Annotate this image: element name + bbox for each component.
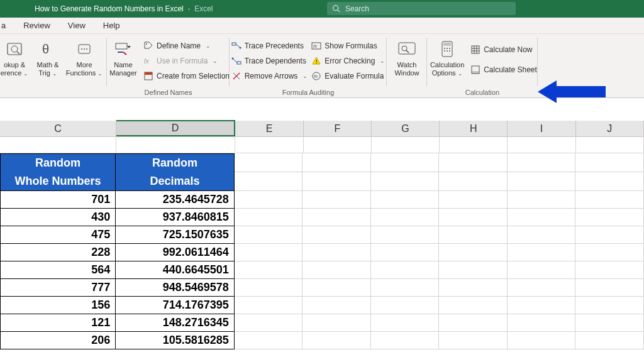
cell-decimal[interactable]: 725.1507635 [116,226,235,244]
cell-empty[interactable] [235,191,303,209]
cell-whole[interactable]: 121 [0,314,116,332]
define-name-button[interactable]: Define Name⌄ [143,39,230,53]
cell-empty[interactable] [439,191,508,209]
cell-empty[interactable] [508,314,576,332]
calculate-sheet-button[interactable]: Calculate Sheet [470,63,537,77]
cell-whole[interactable]: 156 [0,297,116,314]
cell-decimal[interactable]: 948.5469578 [116,279,235,297]
cell-empty[interactable] [575,209,644,226]
col-header-e[interactable]: E [235,121,303,136]
cell-empty[interactable] [439,297,508,314]
cell-whole[interactable]: 777 [0,279,116,297]
cell-empty[interactable] [303,332,371,349]
remove-arrows-button[interactable]: Remove Arrows⌄ [231,69,308,83]
cell-decimal[interactable]: 992.0611464 [116,244,235,261]
cell-empty[interactable] [371,261,440,279]
cell-empty[interactable] [303,261,371,279]
cell-empty[interactable] [508,261,576,279]
search-box[interactable]: Search [327,2,516,15]
tab-view[interactable]: View [65,18,88,33]
cell-empty[interactable] [508,191,576,209]
cell-decimal[interactable]: 105.5816285 [116,332,235,349]
name-manager-button[interactable]: Name Manager [107,36,140,88]
cell-whole[interactable]: 206 [0,332,116,349]
cell-empty[interactable] [508,279,576,297]
cell-empty[interactable] [235,332,303,349]
cell-empty[interactable] [371,226,440,244]
cell-empty[interactable] [303,209,371,226]
cell-whole[interactable]: 564 [0,261,116,279]
tab-review[interactable]: Review [21,18,53,33]
cell-empty[interactable] [235,226,303,244]
cell-empty[interactable] [575,297,644,314]
cell-empty[interactable] [235,297,303,314]
cell-decimal[interactable]: 148.2716345 [116,314,235,332]
math-trig-button[interactable]: θ Math & Trig⌄ [33,36,62,88]
cell-empty[interactable] [371,297,440,314]
show-formulas-button[interactable]: fx Show Formulas [311,39,385,53]
cell-empty[interactable] [508,297,576,314]
trace-precedents-button[interactable]: Trace Precedents [231,39,308,53]
cell-empty[interactable] [303,226,371,244]
cell-whole[interactable]: 701 [0,191,116,209]
cell-empty[interactable] [439,261,508,279]
cell-decimal[interactable]: 714.1767395 [116,297,235,314]
cell-empty[interactable] [371,244,440,261]
cell-empty[interactable] [371,209,440,226]
cell-decimal[interactable]: 440.6645501 [116,261,235,279]
cell-whole[interactable]: 228 [0,244,116,261]
cell-empty[interactable] [439,209,508,226]
col-header-d[interactable]: D [116,120,236,136]
cell-empty[interactable] [508,244,576,261]
cell-empty[interactable] [371,332,440,349]
cell-empty[interactable] [235,279,303,297]
cell-whole[interactable]: 475 [0,226,116,244]
create-from-selection-button[interactable]: Create from Selection [143,69,230,83]
cell-empty[interactable] [235,314,303,332]
cell-empty[interactable] [439,226,508,244]
col-header-j[interactable]: J [576,121,644,136]
cell-whole[interactable]: 430 [0,209,116,226]
watch-window-button[interactable]: Watch Window [390,36,424,88]
cell-empty[interactable] [575,261,644,279]
cell-empty[interactable] [371,279,440,297]
cell-empty[interactable] [371,314,440,332]
cell-empty[interactable] [235,261,303,279]
cell-empty[interactable] [235,209,303,226]
calculation-options-button[interactable]: Calculation Options⌄ [428,36,467,88]
col-header-c[interactable]: C [0,121,116,136]
evaluate-formula-button[interactable]: fx Evaluate Formula [311,69,385,83]
lookup-reference-button[interactable]: okup & erence⌄ [0,36,30,88]
cell-empty[interactable] [439,279,508,297]
cell-empty[interactable] [575,244,644,261]
cell-empty[interactable] [303,279,371,297]
cell-empty[interactable] [575,191,644,209]
trace-dependents-button[interactable]: Trace Dependents [231,54,308,68]
calculate-now-button[interactable]: Calculate Now [470,43,537,57]
col-header-f[interactable]: F [304,121,372,136]
cell-empty[interactable] [303,244,371,261]
cell-empty[interactable] [439,332,508,349]
cell-empty[interactable] [508,209,576,226]
cell-empty[interactable] [303,191,371,209]
spreadsheet-grid[interactable]: Random Random Whole Numbers Decimals 701… [0,137,644,349]
cell-empty[interactable] [575,226,644,244]
tab-help[interactable]: Help [101,18,123,33]
col-header-g[interactable]: G [372,121,440,136]
tab-fragment[interactable]: a [0,18,8,33]
error-checking-button[interactable]: ! Error Checking⌄ [311,54,385,68]
cell-empty[interactable] [439,244,508,261]
cell-empty[interactable] [575,279,644,297]
cell-empty[interactable] [508,332,576,349]
cell-empty[interactable] [303,314,371,332]
cell-decimal[interactable]: 937.8460815 [116,209,235,226]
cell-empty[interactable] [508,226,576,244]
cell-empty[interactable] [575,314,644,332]
cell-empty[interactable] [575,332,644,349]
cell-empty[interactable] [439,314,508,332]
col-header-h[interactable]: H [440,121,508,136]
more-functions-button[interactable]: More Functions⌄ [66,36,103,88]
col-header-i[interactable]: I [508,121,575,136]
cell-empty[interactable] [235,244,303,261]
cell-empty[interactable] [371,191,440,209]
